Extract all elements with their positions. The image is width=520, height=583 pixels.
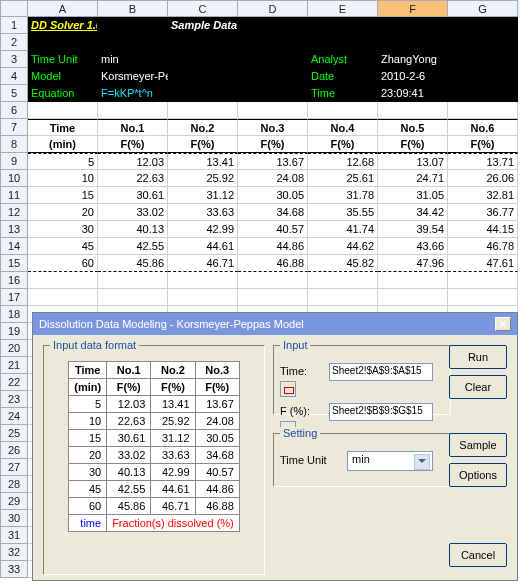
th-time[interactable]: Time — [28, 119, 98, 136]
data-cell[interactable]: 34.68 — [238, 204, 308, 221]
data-time[interactable]: 45 — [28, 238, 98, 255]
data-cell[interactable]: 25.92 — [168, 170, 238, 187]
col-E[interactable]: E — [308, 0, 378, 17]
data-cell[interactable]: 31.78 — [308, 187, 378, 204]
row-5[interactable]: 5 — [0, 85, 28, 102]
corner-cell[interactable] — [0, 0, 28, 17]
row-10[interactable]: 10 — [0, 170, 28, 187]
th-f1[interactable]: F(%) — [98, 136, 168, 153]
th-no4[interactable]: No.4 — [308, 119, 378, 136]
data-time[interactable]: 20 — [28, 204, 98, 221]
data-cell[interactable]: 40.13 — [98, 221, 168, 238]
data-time[interactable]: 10 — [28, 170, 98, 187]
row-13[interactable]: 13 — [0, 221, 28, 238]
row-11[interactable]: 11 — [0, 187, 28, 204]
data-cell[interactable]: 31.12 — [168, 187, 238, 204]
row-17[interactable]: 17 — [0, 289, 28, 306]
row-30[interactable]: 30 — [0, 510, 28, 527]
data-cell[interactable]: 47.96 — [378, 255, 448, 272]
data-cell[interactable]: 47.61 — [448, 255, 518, 272]
data-time[interactable]: 5 — [28, 153, 98, 170]
data-cell[interactable]: 24.71 — [378, 170, 448, 187]
row-4[interactable]: 4 — [0, 68, 28, 85]
row-22[interactable]: 22 — [0, 374, 28, 391]
data-cell[interactable]: 13.07 — [378, 153, 448, 170]
col-D[interactable]: D — [238, 0, 308, 17]
data-cell[interactable]: 45.82 — [308, 255, 378, 272]
data-cell[interactable]: 40.57 — [238, 221, 308, 238]
data-cell[interactable]: 39.54 — [378, 221, 448, 238]
data-cell[interactable]: 44.15 — [448, 221, 518, 238]
th-f3[interactable]: F(%) — [238, 136, 308, 153]
th-min[interactable]: (min) — [28, 136, 98, 153]
meta-analyst[interactable]: ZhangYong — [378, 51, 448, 68]
row-21[interactable]: 21 — [0, 357, 28, 374]
data-time[interactable]: 15 — [28, 187, 98, 204]
data-time[interactable]: 30 — [28, 221, 98, 238]
data-cell[interactable]: 44.61 — [168, 238, 238, 255]
data-cell[interactable]: 33.63 — [168, 204, 238, 221]
data-cell[interactable]: 46.78 — [448, 238, 518, 255]
clear-button[interactable]: Clear — [449, 375, 507, 399]
data-cell[interactable]: 32.81 — [448, 187, 518, 204]
options-button[interactable]: Options — [449, 463, 507, 487]
data-cell[interactable]: 44.86 — [238, 238, 308, 255]
row-33[interactable]: 33 — [0, 561, 28, 578]
input-time-range[interactable]: Sheet2!$A$9:$A$15 — [329, 363, 433, 381]
row-2[interactable]: 2 — [0, 34, 28, 51]
col-B[interactable]: B — [98, 0, 168, 17]
row-28[interactable]: 28 — [0, 476, 28, 493]
data-cell[interactable]: 44.62 — [308, 238, 378, 255]
row-19[interactable]: 19 — [0, 323, 28, 340]
th-no1[interactable]: No.1 — [98, 119, 168, 136]
row-29[interactable]: 29 — [0, 493, 28, 510]
row-3[interactable]: 3 — [0, 51, 28, 68]
meta-time[interactable]: 23:09:41 — [378, 85, 448, 102]
data-time[interactable]: 60 — [28, 255, 98, 272]
row-15[interactable]: 15 — [0, 255, 28, 272]
th-f6[interactable]: F(%) — [448, 136, 518, 153]
row-26[interactable]: 26 — [0, 442, 28, 459]
row-8[interactable]: 8 — [0, 136, 28, 153]
data-cell[interactable]: 42.99 — [168, 221, 238, 238]
row-14[interactable]: 14 — [0, 238, 28, 255]
data-cell[interactable]: 22.63 — [98, 170, 168, 187]
meta-eq[interactable]: F=kKP*t^n — [98, 85, 168, 102]
sample-button[interactable]: Sample — [449, 433, 507, 457]
input-f-range[interactable]: Sheet2!$B$9:$G$15 — [329, 403, 433, 421]
data-cell[interactable]: 42.55 — [98, 238, 168, 255]
row-23[interactable]: 23 — [0, 391, 28, 408]
data-cell[interactable]: 12.03 — [98, 153, 168, 170]
data-cell[interactable]: 34.42 — [378, 204, 448, 221]
data-cell[interactable]: 33.02 — [98, 204, 168, 221]
th-no6[interactable]: No.6 — [448, 119, 518, 136]
col-C[interactable]: C — [168, 0, 238, 17]
select-timeunit[interactable]: min — [347, 451, 433, 471]
data-cell[interactable]: 26.06 — [448, 170, 518, 187]
col-F[interactable]: F — [378, 0, 448, 17]
data-cell[interactable]: 30.05 — [238, 187, 308, 204]
row-24[interactable]: 24 — [0, 408, 28, 425]
col-A[interactable]: A — [28, 0, 98, 17]
row-12[interactable]: 12 — [0, 204, 28, 221]
meta-model[interactable]: Korsmeyer-Peppas — [98, 68, 168, 85]
data-cell[interactable]: 35.55 — [308, 204, 378, 221]
data-cell[interactable]: 41.74 — [308, 221, 378, 238]
col-G[interactable]: G — [448, 0, 518, 17]
th-no5[interactable]: No.5 — [378, 119, 448, 136]
data-cell[interactable]: 13.71 — [448, 153, 518, 170]
data-cell[interactable]: 30.61 — [98, 187, 168, 204]
row-16[interactable]: 16 — [0, 272, 28, 289]
data-cell[interactable]: 24.08 — [238, 170, 308, 187]
th-no2[interactable]: No.2 — [168, 119, 238, 136]
data-cell[interactable]: 31.05 — [378, 187, 448, 204]
data-cell[interactable]: 43.66 — [378, 238, 448, 255]
row-25[interactable]: 25 — [0, 425, 28, 442]
refedit-icon[interactable] — [280, 381, 296, 397]
data-cell[interactable]: 25.61 — [308, 170, 378, 187]
row-7[interactable]: 7 — [0, 119, 28, 136]
row-1[interactable]: 1 — [0, 17, 28, 34]
th-f2[interactable]: F(%) — [168, 136, 238, 153]
cancel-button[interactable]: Cancel — [449, 543, 507, 567]
th-f5[interactable]: F(%) — [378, 136, 448, 153]
